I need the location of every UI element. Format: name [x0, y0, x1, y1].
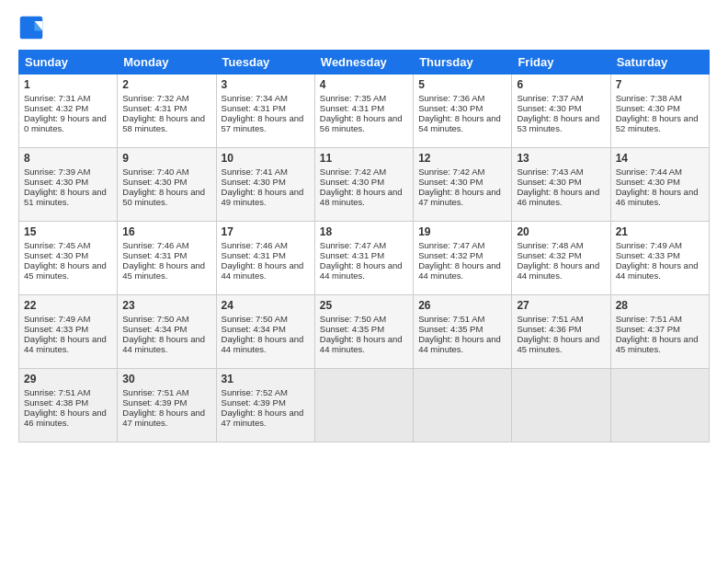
- calendar-cell: [414, 369, 512, 442]
- calendar-cell: 11Sunrise: 7:42 AMSunset: 4:30 PMDayligh…: [314, 148, 413, 222]
- sunrise: Sunrise: 7:44 AM: [616, 167, 682, 177]
- sunset: Sunset: 4:31 PM: [122, 103, 187, 113]
- daylight: Daylight: 8 hours and 44 minutes.: [418, 334, 501, 354]
- calendar-cell: 18Sunrise: 7:47 AMSunset: 4:31 PMDayligh…: [314, 222, 413, 295]
- sunrise: Sunrise: 7:40 AM: [122, 167, 188, 177]
- day-number: 12: [418, 152, 506, 165]
- calendar-cell: 23Sunrise: 7:50 AMSunset: 4:34 PMDayligh…: [118, 295, 216, 369]
- sunset: Sunset: 4:31 PM: [222, 250, 286, 260]
- daylight: Daylight: 8 hours and 52 minutes.: [616, 113, 699, 133]
- day-number: 22: [24, 299, 112, 312]
- sunset: Sunset: 4:30 PM: [222, 177, 286, 187]
- calendar-cell: [314, 369, 413, 442]
- calendar-cell: 22Sunrise: 7:49 AMSunset: 4:33 PMDayligh…: [19, 295, 118, 369]
- day-number: 20: [517, 225, 605, 238]
- sunrise: Sunrise: 7:37 AM: [517, 93, 583, 103]
- day-number: 27: [517, 299, 605, 312]
- sunset: Sunset: 4:37 PM: [616, 324, 680, 334]
- sunset: Sunset: 4:30 PM: [517, 177, 581, 187]
- daylight: Daylight: 8 hours and 44 minutes.: [517, 260, 599, 281]
- sunrise: Sunrise: 7:51 AM: [122, 387, 188, 397]
- calendar-cell: 15Sunrise: 7:45 AMSunset: 4:30 PMDayligh…: [19, 222, 118, 295]
- sunrise: Sunrise: 7:31 AM: [24, 93, 90, 103]
- sunrise: Sunrise: 7:50 AM: [222, 314, 288, 324]
- sunrise: Sunrise: 7:51 AM: [24, 387, 90, 397]
- sunset: Sunset: 4:33 PM: [616, 250, 680, 260]
- day-number: 30: [122, 373, 210, 385]
- sunrise: Sunrise: 7:38 AM: [616, 93, 682, 103]
- day-number: 29: [24, 373, 112, 385]
- day-header-saturday: Saturday: [610, 51, 709, 75]
- calendar-cell: [512, 369, 610, 442]
- day-number: 2: [122, 78, 210, 91]
- sunset: Sunset: 4:31 PM: [222, 103, 286, 113]
- sunrise: Sunrise: 7:35 AM: [320, 93, 386, 103]
- calendar-header-row: SundayMondayTuesdayWednesdayThursdayFrid…: [19, 51, 710, 75]
- calendar-cell: 12Sunrise: 7:42 AMSunset: 4:30 PMDayligh…: [414, 148, 512, 222]
- daylight: Daylight: 8 hours and 44 minutes.: [418, 260, 501, 281]
- day-number: 28: [616, 299, 704, 312]
- day-header-monday: Monday: [118, 51, 216, 75]
- sunrise: Sunrise: 7:46 AM: [122, 240, 188, 250]
- calendar-cell: 19Sunrise: 7:47 AMSunset: 4:32 PMDayligh…: [414, 222, 512, 295]
- sunset: Sunset: 4:30 PM: [320, 177, 384, 187]
- sunset: Sunset: 4:32 PM: [517, 250, 581, 260]
- sunrise: Sunrise: 7:51 AM: [616, 314, 682, 324]
- sunrise: Sunrise: 7:50 AM: [122, 314, 188, 324]
- day-number: 26: [418, 299, 506, 312]
- calendar-cell: 30Sunrise: 7:51 AMSunset: 4:39 PMDayligh…: [118, 369, 216, 442]
- calendar-week-3: 15Sunrise: 7:45 AMSunset: 4:30 PMDayligh…: [19, 222, 710, 295]
- daylight: Daylight: 8 hours and 46 minutes.: [517, 187, 599, 207]
- sunrise: Sunrise: 7:43 AM: [517, 167, 583, 177]
- calendar-cell: 1Sunrise: 7:31 AMSunset: 4:32 PMDaylight…: [19, 75, 118, 148]
- day-number: 17: [222, 225, 310, 238]
- day-number: 14: [616, 152, 704, 165]
- calendar-cell: 29Sunrise: 7:51 AMSunset: 4:38 PMDayligh…: [19, 369, 118, 442]
- sunset: Sunset: 4:31 PM: [320, 250, 384, 260]
- calendar-cell: 20Sunrise: 7:48 AMSunset: 4:32 PMDayligh…: [512, 222, 610, 295]
- day-number: 31: [222, 373, 310, 385]
- calendar-cell: 31Sunrise: 7:52 AMSunset: 4:39 PMDayligh…: [216, 369, 314, 442]
- calendar-week-1: 1Sunrise: 7:31 AMSunset: 4:32 PMDaylight…: [19, 75, 710, 148]
- sunset: Sunset: 4:30 PM: [122, 177, 187, 187]
- day-number: 18: [320, 225, 408, 238]
- calendar-cell: 21Sunrise: 7:49 AMSunset: 4:33 PMDayligh…: [610, 222, 709, 295]
- sunset: Sunset: 4:32 PM: [24, 103, 88, 113]
- daylight: Daylight: 8 hours and 44 minutes.: [222, 260, 304, 281]
- logo: [18, 15, 48, 40]
- calendar-cell: [610, 369, 709, 442]
- sunrise: Sunrise: 7:50 AM: [320, 314, 386, 324]
- calendar-cell: 17Sunrise: 7:46 AMSunset: 4:31 PMDayligh…: [216, 222, 314, 295]
- day-header-tuesday: Tuesday: [216, 51, 314, 75]
- page: SundayMondayTuesdayWednesdayThursdayFrid…: [0, 0, 728, 563]
- calendar-cell: 5Sunrise: 7:36 AMSunset: 4:30 PMDaylight…: [414, 75, 512, 148]
- calendar-cell: 10Sunrise: 7:41 AMSunset: 4:30 PMDayligh…: [216, 148, 314, 222]
- sunrise: Sunrise: 7:47 AM: [320, 240, 386, 250]
- sunset: Sunset: 4:30 PM: [418, 177, 483, 187]
- daylight: Daylight: 8 hours and 46 minutes.: [616, 187, 699, 207]
- calendar-cell: 7Sunrise: 7:38 AMSunset: 4:30 PMDaylight…: [610, 75, 709, 148]
- sunset: Sunset: 4:34 PM: [122, 324, 187, 334]
- daylight: Daylight: 8 hours and 44 minutes.: [122, 334, 205, 354]
- sunrise: Sunrise: 7:45 AM: [24, 240, 90, 250]
- day-number: 24: [222, 299, 310, 312]
- sunrise: Sunrise: 7:52 AM: [222, 387, 288, 397]
- sunset: Sunset: 4:39 PM: [122, 397, 187, 408]
- day-number: 1: [24, 78, 112, 91]
- sunset: Sunset: 4:30 PM: [418, 103, 483, 113]
- daylight: Daylight: 8 hours and 58 minutes.: [122, 113, 205, 133]
- sunset: Sunset: 4:30 PM: [24, 250, 88, 260]
- calendar-cell: 14Sunrise: 7:44 AMSunset: 4:30 PMDayligh…: [610, 148, 709, 222]
- logo-icon: [18, 15, 44, 40]
- calendar-week-4: 22Sunrise: 7:49 AMSunset: 4:33 PMDayligh…: [19, 295, 710, 369]
- sunrise: Sunrise: 7:47 AM: [418, 240, 484, 250]
- sunset: Sunset: 4:30 PM: [24, 177, 88, 187]
- calendar-cell: 8Sunrise: 7:39 AMSunset: 4:30 PMDaylight…: [19, 148, 118, 222]
- day-number: 16: [122, 225, 210, 238]
- daylight: Daylight: 8 hours and 50 minutes.: [122, 187, 205, 207]
- daylight: Daylight: 8 hours and 47 minutes.: [418, 187, 501, 207]
- sunrise: Sunrise: 7:32 AM: [122, 93, 188, 103]
- day-header-sunday: Sunday: [19, 51, 118, 75]
- daylight: Daylight: 8 hours and 45 minutes.: [616, 334, 699, 354]
- day-header-friday: Friday: [512, 51, 610, 75]
